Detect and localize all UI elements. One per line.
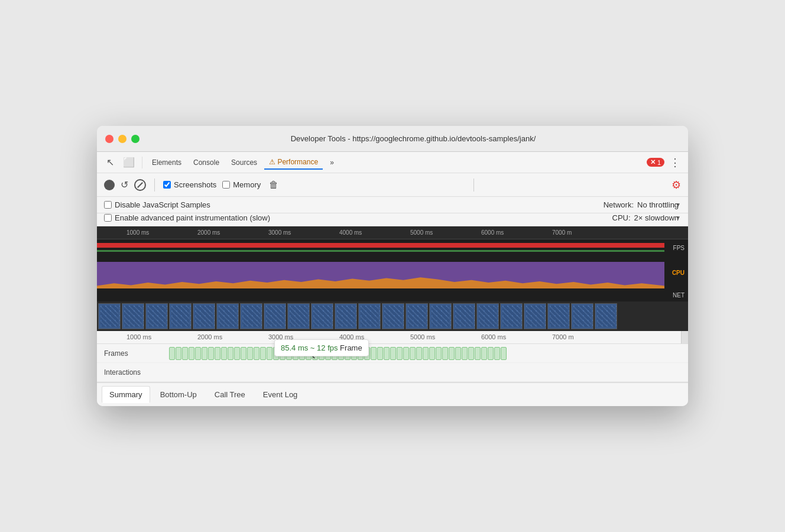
screenshot-thumb — [122, 303, 144, 329]
frame-block — [423, 347, 429, 360]
ruler-mark-3000: 3000 ms — [268, 229, 291, 236]
tab-elements[interactable]: Elements — [147, 156, 186, 169]
inspect-button[interactable]: ⬜ — [121, 154, 137, 171]
tab-sources[interactable]: Sources — [226, 156, 262, 169]
screenshot-thumb — [453, 303, 475, 329]
cpu-throttle-select[interactable]: CPU: 2× slowdown ▼ — [612, 213, 682, 222]
memory-checkbox[interactable] — [222, 181, 230, 189]
main-ruler-7000: 7000 m — [552, 333, 574, 340]
screenshot-thumb — [335, 303, 357, 329]
frame-block — [254, 347, 259, 360]
ruler-mark-5000: 5000 ms — [410, 229, 433, 236]
tab-more[interactable]: » — [325, 156, 339, 169]
frame-block — [384, 347, 390, 360]
frame-block — [410, 347, 416, 360]
ruler-mark-4000: 4000 ms — [339, 229, 362, 236]
more-options-button[interactable]: ⋮ — [667, 154, 683, 171]
network-value: No throttling — [637, 200, 679, 209]
screenshot-thumb — [476, 303, 499, 329]
enable-paint-wrap[interactable]: Enable advanced paint instrumentation (s… — [104, 213, 270, 222]
controls-divider — [154, 179, 155, 192]
cpu-value: 2× slowdown — [634, 213, 679, 222]
screenshots-checkbox-wrap[interactable]: Screenshots — [163, 180, 216, 189]
error-badge: ✕ 1 — [647, 158, 664, 167]
tab-event-log[interactable]: Event Log — [255, 386, 306, 403]
frame-block — [215, 347, 220, 360]
disable-js-checkbox[interactable] — [104, 201, 112, 209]
enable-paint-checkbox[interactable] — [104, 214, 112, 222]
tab-summary[interactable]: Summary — [102, 386, 150, 403]
frame-block — [228, 347, 233, 360]
screenshots-checkbox[interactable] — [163, 181, 171, 189]
screenshot-thumb — [406, 303, 428, 329]
frame-block — [462, 347, 468, 360]
network-throttle-select[interactable]: Network: No throttling ▼ — [604, 200, 681, 209]
settings-button[interactable]: ⚙ — [672, 179, 681, 192]
fps-track: FPS — [97, 239, 688, 256]
screenshot-thumb — [216, 303, 239, 329]
enable-paint-label: Enable advanced paint instrumentation (s… — [115, 213, 270, 222]
frame-block — [195, 347, 201, 360]
error-count: 1 — [657, 159, 661, 166]
disable-js-wrap[interactable]: Disable JavaScript Samples — [104, 200, 210, 209]
timeline-ruler-top: 1000 ms 2000 ms 3000 ms 4000 ms 5000 ms … — [97, 226, 688, 239]
cpu-label: CPU — [672, 269, 685, 275]
main-ruler-6000: 6000 ms — [481, 333, 506, 340]
reload-button[interactable]: ↺ — [121, 179, 128, 190]
screenshot-thumb — [382, 303, 404, 329]
frame-block — [371, 347, 377, 360]
controls-divider-2 — [473, 179, 474, 192]
frame-block — [429, 347, 435, 360]
frame-block — [475, 347, 481, 360]
main-ruler-5000: 5000 ms — [410, 333, 435, 340]
ruler-mark-2000: 2000 ms — [197, 229, 220, 236]
fps-label: FPS — [673, 245, 685, 251]
minimize-button[interactable] — [118, 135, 126, 143]
network-dropdown-arrow[interactable]: ▼ — [675, 202, 681, 208]
screenshots-track: // Generate screenshot thumbnails inline… — [97, 301, 688, 331]
trash-button[interactable]: 🗑 — [269, 180, 278, 190]
interactions-track-row: Interactions — [97, 363, 688, 382]
screenshot-thumb — [429, 303, 452, 329]
screenshot-thumb — [264, 303, 286, 329]
error-x-icon: ✕ — [650, 158, 656, 166]
frame-tooltip: 85.4 ms ~ 12 fps Frame — [274, 339, 369, 356]
main-timeline: 1000 ms 2000 ms 3000 ms 4000 ms 5000 ms … — [97, 331, 688, 382]
main-toolbar: ↖ ⬜ Elements Console Sources ⚠ Performan… — [97, 152, 688, 173]
frame-block — [208, 347, 214, 360]
net-track: NET — [97, 288, 688, 301]
close-button[interactable] — [105, 135, 113, 143]
frames-content: document.addEventListener('DOMContentLoa… — [168, 344, 688, 362]
record-button[interactable] — [104, 180, 115, 190]
frame-block — [436, 347, 442, 360]
tab-performance[interactable]: ⚠ Performance — [264, 155, 323, 170]
frame-block — [202, 347, 207, 360]
ruler-mark-6000: 6000 ms — [481, 229, 504, 236]
cursor-tool-button[interactable]: ↖ — [102, 154, 118, 171]
tab-bottom-up[interactable]: Bottom-Up — [153, 386, 205, 403]
frame-block — [449, 347, 455, 360]
disable-js-row: Disable JavaScript Samples — [104, 200, 210, 209]
memory-checkbox-wrap[interactable]: Memory — [222, 180, 261, 189]
frame-block — [442, 347, 448, 360]
screenshot-thumb — [500, 303, 523, 329]
timeline-overview: 1000 ms 2000 ms 3000 ms 4000 ms 5000 ms … — [97, 226, 688, 331]
cpu-label: CPU: — [612, 213, 631, 222]
frame-block — [169, 347, 175, 360]
frame-block — [397, 347, 403, 360]
maximize-button[interactable] — [131, 135, 140, 143]
tab-console[interactable]: Console — [189, 156, 224, 169]
options-bar-2: Enable advanced paint instrumentation (s… — [97, 213, 688, 226]
screenshot-thumb — [169, 303, 192, 329]
frame-block — [267, 347, 273, 360]
tab-call-tree[interactable]: Call Tree — [207, 386, 253, 403]
frame-block — [416, 347, 422, 360]
toolbar-separator-1 — [142, 157, 142, 168]
frames-track-row: Frames document.addEventListener('DOMCon… — [97, 344, 688, 363]
clear-button[interactable] — [134, 179, 146, 191]
cpu-dropdown-arrow[interactable]: ▼ — [675, 215, 681, 221]
frame-block — [221, 347, 227, 360]
timeline-ruler-main: 1000 ms 2000 ms 3000 ms 4000 ms 5000 ms … — [97, 331, 688, 344]
frame-block — [455, 347, 461, 360]
screenshot-thumb — [145, 303, 168, 329]
